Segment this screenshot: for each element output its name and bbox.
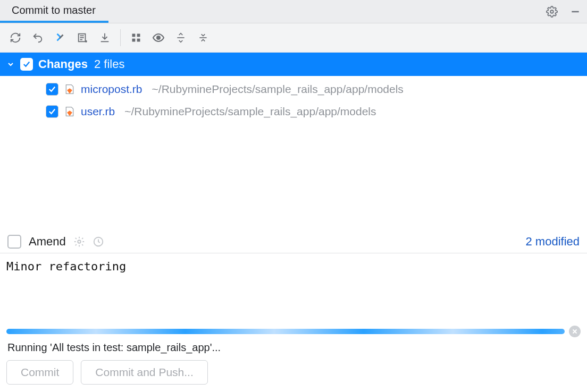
chevron-down-icon[interactable] [6, 60, 15, 69]
commit-tool-window: Commit to master [0, 0, 587, 392]
svg-point-0 [550, 10, 554, 13]
svg-rect-7 [132, 34, 136, 37]
file-name: micropost.rb [81, 83, 142, 96]
group-checkbox[interactable] [20, 58, 33, 71]
gear-icon[interactable] [540, 0, 564, 23]
tabbar: Commit to master [0, 0, 587, 23]
commit-buttons: Commit Commit and Push... [0, 360, 587, 392]
file-checkbox[interactable] [46, 83, 58, 96]
history-icon[interactable] [93, 236, 104, 248]
svg-rect-8 [137, 34, 140, 37]
changes-group-label: Changes [38, 57, 88, 71]
cancel-progress-icon[interactable] [569, 326, 581, 337]
rollback-icon[interactable] [28, 28, 48, 48]
svg-rect-9 [132, 39, 136, 42]
progress-status-label: Running 'All tests in test: sample_rails… [0, 338, 587, 360]
shelve-icon[interactable] [95, 28, 115, 48]
toolbar-separator [120, 29, 121, 46]
file-row[interactable]: user.rb ~/RubymineProjects/sample_rails_… [0, 100, 587, 123]
minimize-icon[interactable] [564, 0, 587, 23]
file-path: ~/RubymineProjects/sample_rails_app/app/… [152, 83, 404, 96]
tab-commit[interactable]: Commit to master [0, 0, 108, 23]
file-list: micropost.rb ~/RubymineProjects/sample_r… [0, 76, 587, 129]
options-gear-icon[interactable] [73, 236, 85, 248]
file-checkbox[interactable] [46, 105, 58, 118]
tab-title: Commit to master [12, 4, 96, 16]
changes-tree: Changes 2 files micropost.rb ~/RubymineP… [0, 53, 587, 129]
modified-summary-link[interactable]: 2 modified [525, 235, 580, 249]
refresh-icon[interactable] [5, 28, 26, 48]
group-by-icon[interactable] [126, 28, 146, 48]
collapse-all-icon[interactable] [193, 28, 213, 48]
expand-all-icon[interactable] [171, 28, 191, 48]
amend-label: Amend [29, 235, 66, 249]
commit-options-row: Amend 2 modified [0, 230, 587, 253]
ruby-file-icon [64, 106, 76, 117]
progress-bar [6, 329, 565, 334]
commit-message-input[interactable] [0, 253, 587, 322]
changes-count-label: 2 files [94, 57, 124, 71]
svg-point-14 [78, 240, 81, 243]
diff-icon[interactable] [50, 28, 70, 48]
svg-rect-10 [137, 39, 140, 42]
commit-and-push-button[interactable]: Commit and Push... [81, 360, 207, 385]
toolbar [0, 23, 587, 53]
progress-row [0, 322, 587, 338]
changes-group-row[interactable]: Changes 2 files [0, 53, 587, 76]
svg-point-11 [157, 36, 160, 39]
file-path: ~/RubymineProjects/sample_rails_app/app/… [124, 105, 376, 118]
amend-checkbox[interactable] [7, 235, 21, 249]
file-row[interactable]: micropost.rb ~/RubymineProjects/sample_r… [0, 78, 587, 100]
preview-diff-icon[interactable] [148, 28, 169, 48]
changelist-icon[interactable] [72, 28, 93, 48]
file-name: user.rb [81, 105, 115, 118]
ruby-file-icon [64, 83, 76, 95]
commit-button[interactable]: Commit [6, 360, 73, 385]
